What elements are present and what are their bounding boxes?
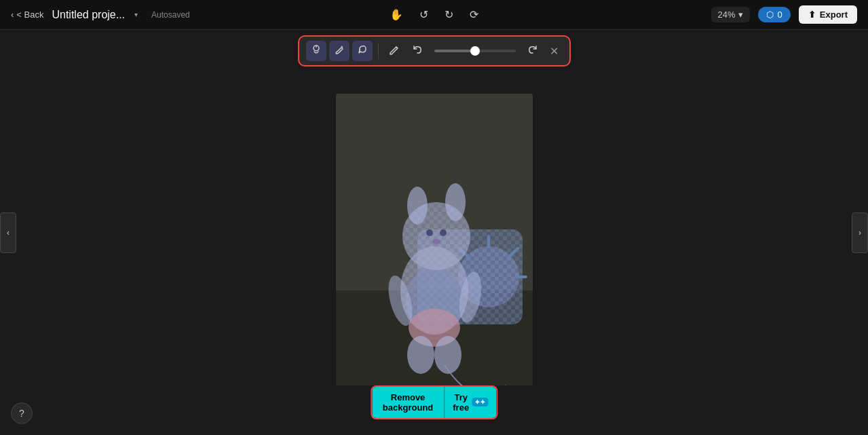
topbar-right: 24% ▾ ⬡ 0 ⬆ Export	[711, 5, 857, 24]
try-free-button[interactable]: Try free ✦✦	[444, 387, 496, 418]
brush-size-slider[interactable]	[434, 50, 516, 52]
try-free-badge: ✦✦	[472, 398, 488, 406]
project-dropdown-icon[interactable]: ▾	[134, 11, 138, 18]
autosaved-label: Autosaved	[151, 10, 190, 20]
svg-point-29	[434, 336, 461, 374]
lasso-tool-button[interactable]	[352, 41, 373, 61]
svg-point-21	[407, 187, 428, 225]
svg-point-1	[316, 46, 317, 48]
back-arrow-icon: ‹	[11, 10, 14, 20]
right-nav-arrow[interactable]: ›	[852, 212, 868, 253]
credits-icon: ⬡	[766, 10, 774, 20]
left-nav-arrow[interactable]: ‹	[0, 212, 16, 253]
credits-button[interactable]: ⬡ 0	[758, 7, 791, 22]
canvas-image	[336, 94, 533, 385]
undo-brush-button[interactable]	[407, 41, 428, 61]
project-title: Untitled proje...	[52, 9, 125, 21]
remove-background-button[interactable]: Removebackground	[372, 387, 444, 418]
zoom-control-button[interactable]: 24% ▾	[711, 7, 750, 22]
brush-size-slider-area	[430, 50, 520, 52]
subject-select-tool-button[interactable]	[306, 41, 326, 61]
right-arrow-icon: ›	[858, 228, 861, 238]
back-label: < Back	[16, 10, 43, 20]
svg-point-25	[432, 239, 440, 244]
export-label: Export	[820, 10, 848, 20]
export-icon: ⬆	[808, 10, 816, 20]
toolbar-separator	[378, 43, 379, 59]
export-button[interactable]: ⬆ Export	[799, 5, 857, 24]
credits-count: 0	[778, 10, 782, 20]
left-arrow-icon: ‹	[7, 228, 10, 238]
brush-tool-button[interactable]	[329, 41, 350, 61]
topbar-center-tools: ✋ ↺ ↻ ⟳	[387, 5, 481, 24]
zoom-value: 24%	[718, 10, 736, 20]
svg-point-23	[426, 229, 433, 236]
back-button[interactable]: ‹ < Back	[11, 10, 43, 20]
remove-background-area: Removebackground Try free ✦✦	[371, 385, 497, 419]
svg-point-28	[407, 336, 434, 374]
help-icon: ?	[19, 408, 24, 419]
close-toolbar-button[interactable]: ✕	[546, 42, 563, 60]
redo-brush-button[interactable]	[523, 41, 543, 61]
topbar-left: ‹ < Back Untitled proje... ▾ Autosaved	[11, 9, 190, 21]
image-container: Removebackground Try free ✦✦	[336, 94, 533, 385]
help-button[interactable]: ?	[11, 402, 33, 424]
redo-button[interactable]: ↻	[442, 5, 456, 24]
canvas-area: ‹	[0, 30, 868, 435]
hand-tool-button[interactable]: ✋	[387, 5, 406, 24]
undo-button[interactable]: ↺	[417, 5, 431, 24]
floating-toolbar: ✕	[298, 35, 571, 67]
refresh-button[interactable]: ⟳	[467, 5, 481, 24]
svg-point-24	[440, 229, 447, 236]
erase-tool-button[interactable]	[384, 41, 404, 61]
svg-point-22	[445, 183, 466, 221]
topbar: ‹ < Back Untitled proje... ▾ Autosaved ✋…	[0, 0, 868, 30]
toy-image	[336, 94, 533, 385]
try-free-label: Try free	[453, 392, 469, 413]
zoom-chevron-icon: ▾	[738, 10, 743, 20]
remove-bg-label: Removebackground	[383, 392, 433, 413]
